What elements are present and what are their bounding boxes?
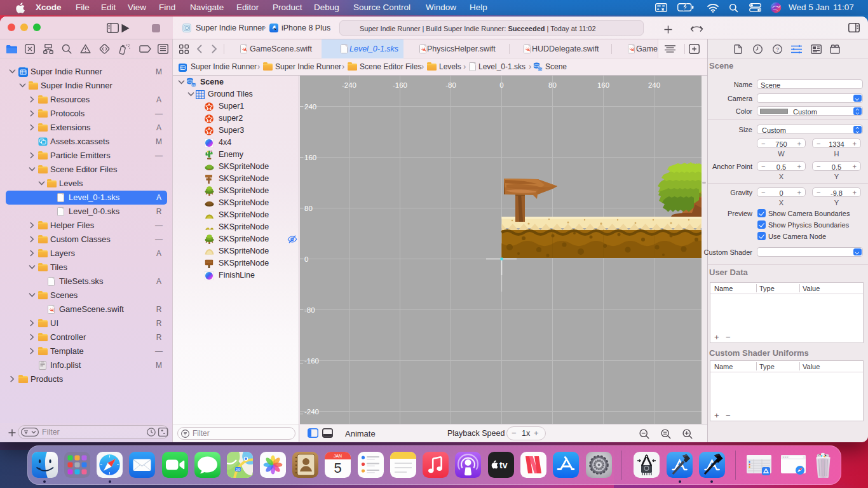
svg-text:?: ?	[776, 46, 779, 53]
svg-text:160: 160	[304, 154, 316, 161]
svg-text:-160: -160	[304, 357, 319, 365]
svg-text:160: 160	[597, 81, 609, 89]
svg-text:240: 240	[304, 103, 316, 111]
svg-text:0: 0	[499, 81, 503, 89]
svg-text:280: 280	[236, 468, 241, 471]
svg-text:JAN: JAN	[334, 454, 342, 458]
svg-text:5: 5	[334, 460, 342, 476]
svg-text:-80: -80	[445, 81, 456, 89]
svg-text:80: 80	[304, 205, 313, 212]
svg-text:240: 240	[648, 81, 660, 89]
svg-text:-160: -160	[393, 81, 407, 89]
svg-text:-240: -240	[304, 408, 319, 416]
svg-text:tv: tv	[499, 460, 508, 470]
svg-text:-240: -240	[342, 81, 356, 89]
svg-text:-80: -80	[304, 306, 315, 314]
svg-text:0: 0	[304, 255, 308, 263]
svg-text:80: 80	[548, 81, 557, 89]
